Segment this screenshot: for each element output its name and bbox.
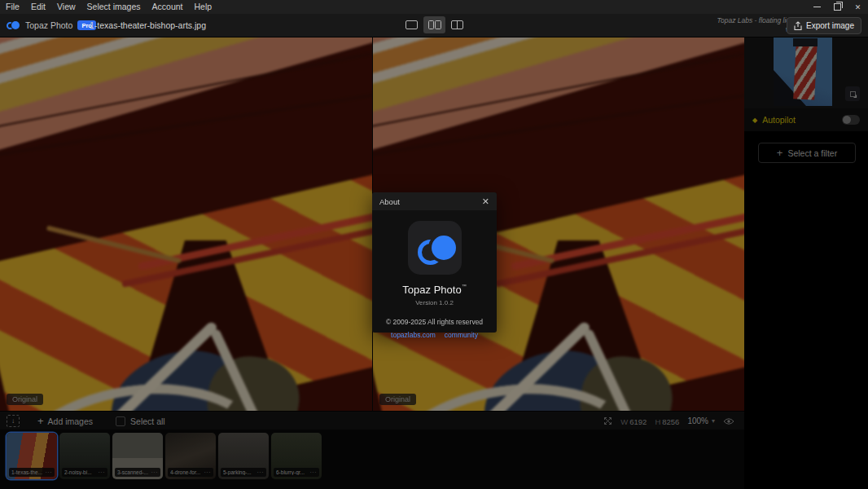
app-logo-icon — [408, 221, 462, 275]
menu-account[interactable]: Account — [147, 0, 189, 14]
dialog-app-name: Topaz Photo™ — [372, 284, 497, 296]
app-name: Topaz Photo — [25, 20, 72, 30]
close-button[interactable]: ✕ — [848, 0, 868, 14]
view-mode-switcher — [401, 16, 468, 33]
menu-file[interactable]: File — [0, 0, 25, 14]
export-label: Export image — [806, 21, 854, 30]
close-icon: ✕ — [855, 3, 861, 11]
minimize-icon — [813, 7, 821, 7]
about-dialog: About ✕ Topaz Photo™ Version 1.0.2 © 200… — [372, 192, 497, 333]
single-view-button[interactable] — [401, 16, 423, 33]
menu-view[interactable]: View — [51, 0, 81, 14]
topaz-photo-window: File Edit View Select images Account Hel… — [0, 0, 868, 489]
minimize-button[interactable] — [807, 0, 827, 14]
split-view-icon — [428, 20, 441, 29]
trademark-mark: ™ — [462, 284, 467, 289]
single-view-icon — [406, 20, 418, 29]
toolbar: Topaz Photo Pro 1-texas-theater-bishop-a… — [0, 14, 868, 37]
side-by-side-view-button[interactable] — [446, 16, 468, 33]
dialog-copyright: © 2009-2025 All rights reserved — [372, 318, 497, 326]
topaz-logo-icon — [7, 20, 20, 31]
dialog-close-icon[interactable]: ✕ — [482, 196, 489, 207]
side-by-side-view-icon — [451, 20, 463, 29]
export-icon — [794, 21, 802, 31]
current-filename: 1-texas-theater-bishop-arts.jpg — [90, 14, 206, 37]
export-image-button[interactable]: Export image — [787, 17, 861, 34]
dialog-title: About — [379, 197, 400, 206]
menu-edit[interactable]: Edit — [25, 0, 51, 14]
dialog-version: Version 1.0.2 — [372, 299, 497, 306]
restore-button[interactable] — [827, 0, 848, 14]
menu-help[interactable]: Help — [189, 0, 218, 14]
topazlabs-link[interactable]: topazlabs.com — [391, 331, 436, 339]
restore-icon — [834, 3, 841, 11]
menu-bar: File Edit View Select images Account Hel… — [0, 0, 868, 14]
community-link[interactable]: community — [445, 331, 478, 339]
menu-select-images[interactable]: Select images — [81, 0, 147, 14]
split-view-button[interactable] — [423, 16, 445, 33]
window-controls: ✕ — [807, 0, 868, 14]
